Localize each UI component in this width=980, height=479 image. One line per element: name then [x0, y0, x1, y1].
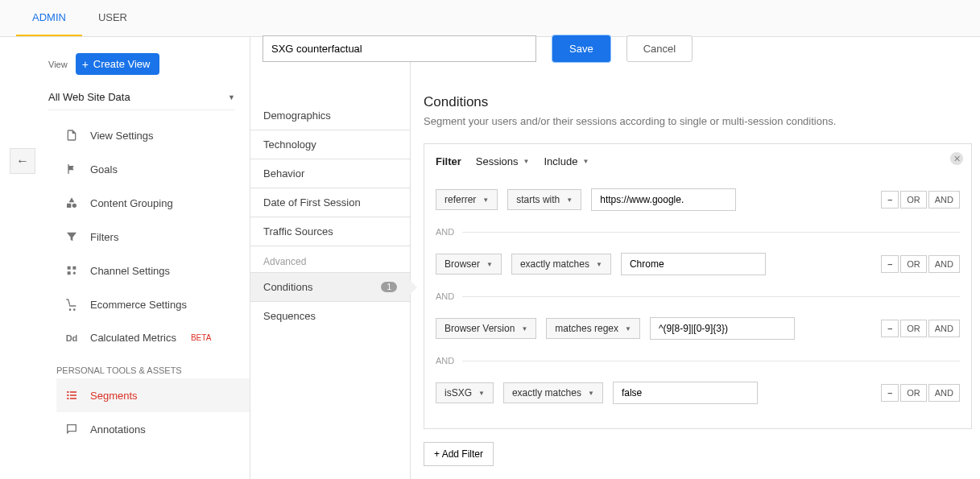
- plus-icon: +: [82, 59, 89, 70]
- nav-channel-settings[interactable]: Channel Settings: [56, 254, 250, 287]
- filter-label: Filter: [436, 155, 461, 167]
- condition-value-input[interactable]: [613, 382, 758, 404]
- dimension-value: Browser Version: [445, 323, 515, 334]
- caret-down-icon: ▼: [523, 158, 530, 165]
- category-sequences[interactable]: Sequences: [250, 301, 410, 330]
- condition-row: isSXG▼ exactly matches▼ – OR AND: [436, 372, 960, 414]
- condition-value-input[interactable]: [621, 253, 766, 275]
- or-button[interactable]: OR: [900, 320, 927, 337]
- caret-down-icon: ▼: [482, 196, 489, 204]
- or-button[interactable]: OR: [900, 255, 927, 273]
- segment-name-input[interactable]: [263, 35, 536, 62]
- cancel-button[interactable]: Cancel: [626, 35, 693, 62]
- nav-filters[interactable]: Filters: [56, 220, 250, 254]
- nav-label: Ecommerce Settings: [90, 299, 187, 311]
- nav-calculated-metrics[interactable]: Dd Calculated Metrics BETA: [56, 321, 250, 354]
- caret-down-icon: ▼: [596, 261, 602, 268]
- nav-content-grouping[interactable]: Content Grouping: [56, 186, 250, 220]
- annotations-icon: [64, 423, 79, 436]
- add-filter-button[interactable]: + Add Filter: [424, 442, 494, 466]
- operator-select[interactable]: starts with▼: [507, 189, 581, 210]
- dimension-value: referrer: [445, 194, 476, 205]
- save-button[interactable]: Save: [552, 35, 610, 62]
- channel-icon: [64, 264, 79, 277]
- operator-value: exactly matches: [512, 387, 581, 398]
- and-separator: AND: [436, 356, 960, 365]
- operator-select[interactable]: exactly matches▼: [503, 382, 603, 403]
- segments-icon: [64, 389, 79, 402]
- or-button[interactable]: OR: [900, 191, 927, 209]
- nav-goals[interactable]: Goals: [56, 152, 250, 186]
- or-button[interactable]: OR: [900, 384, 927, 402]
- view-selector-label: All Web Site Data: [48, 91, 130, 103]
- dimension-select[interactable]: referrer▼: [436, 189, 498, 210]
- and-button[interactable]: AND: [928, 384, 960, 402]
- tab-user[interactable]: USER: [82, 0, 143, 36]
- dimension-select[interactable]: isSXG▼: [436, 382, 494, 403]
- dimension-value: Browser: [445, 258, 480, 270]
- funnel-icon: [64, 230, 79, 243]
- condition-value-input[interactable]: [650, 317, 795, 340]
- nav-label: Content Grouping: [90, 197, 173, 209]
- and-separator: AND: [436, 227, 960, 237]
- flag-icon: [64, 163, 79, 175]
- nav-label: Channel Settings: [90, 265, 170, 277]
- caret-down-icon: ▼: [588, 390, 594, 397]
- caret-down-icon: ▼: [582, 158, 589, 165]
- nav-label: Calculated Metrics: [90, 332, 176, 344]
- nav-ecommerce-settings[interactable]: Ecommerce Settings: [56, 287, 250, 321]
- conditions-count-badge: 1: [381, 282, 397, 292]
- nav-annotations[interactable]: Annotations: [56, 412, 250, 446]
- category-traffic-sources[interactable]: Traffic Sources: [250, 217, 410, 246]
- caret-down-icon: ▼: [486, 261, 493, 268]
- tab-admin[interactable]: ADMIN: [16, 0, 82, 36]
- back-button[interactable]: ←: [10, 148, 35, 174]
- category-demographics[interactable]: Demographics: [250, 101, 410, 130]
- dimension-select[interactable]: Browser▼: [436, 254, 502, 275]
- caret-down-icon: ▼: [478, 390, 485, 397]
- document-icon: [64, 129, 79, 142]
- dimension-select[interactable]: Browser Version▼: [436, 318, 536, 339]
- remove-condition-button[interactable]: –: [881, 255, 899, 273]
- segment-category-list: Demographics Technology Behavior Date of…: [250, 37, 411, 479]
- conditions-title: Conditions: [424, 94, 972, 110]
- filter-box: ✕ Filter Sessions ▼ Include ▼ referrer▼: [424, 143, 972, 429]
- remove-condition-button[interactable]: –: [881, 384, 899, 402]
- category-technology[interactable]: Technology: [250, 130, 410, 159]
- category-date-first-session[interactable]: Date of First Session: [250, 188, 410, 217]
- operator-select[interactable]: matches regex▼: [546, 318, 640, 339]
- segment-editor: Save Cancel Conditions Segment your user…: [411, 37, 980, 479]
- category-behavior[interactable]: Behavior: [250, 159, 410, 188]
- filter-mode-select[interactable]: Include ▼: [544, 155, 589, 167]
- view-selector[interactable]: All Web Site Data ▼: [48, 85, 235, 110]
- and-button[interactable]: AND: [928, 191, 960, 209]
- remove-condition-button[interactable]: –: [881, 320, 899, 337]
- and-button[interactable]: AND: [928, 255, 960, 273]
- condition-value-input[interactable]: [591, 188, 736, 211]
- operator-value: exactly matches: [520, 258, 589, 270]
- caret-down-icon: ▼: [228, 93, 235, 101]
- condition-row: Browser Version▼ matches regex▼ – OR AND: [436, 308, 960, 349]
- metrics-icon: Dd: [64, 333, 79, 343]
- filter-scope-value: Sessions: [476, 155, 519, 167]
- and-separator: AND: [436, 291, 960, 301]
- remove-filter-button[interactable]: ✕: [950, 152, 963, 165]
- filter-scope-select[interactable]: Sessions ▼: [476, 155, 530, 167]
- category-conditions[interactable]: Conditions 1: [250, 272, 410, 301]
- caret-down-icon: ▼: [521, 325, 527, 332]
- create-view-button[interactable]: + Create View: [76, 53, 160, 75]
- condition-row: Browser▼ exactly matches▼ – OR AND: [436, 243, 960, 285]
- arrow-left-icon: ←: [16, 154, 29, 168]
- personal-tools-header: PERSONAL TOOLS & ASSETS: [56, 365, 250, 375]
- and-button[interactable]: AND: [928, 320, 960, 337]
- dimension-value: isSXG: [445, 387, 472, 398]
- nav-label: Annotations: [90, 423, 146, 436]
- nav-segments[interactable]: Segments: [56, 378, 250, 412]
- condition-row: referrer▼ starts with▼ – OR AND: [436, 179, 960, 221]
- remove-condition-button[interactable]: –: [881, 191, 899, 209]
- operator-select[interactable]: exactly matches▼: [511, 254, 611, 275]
- view-label: View: [48, 60, 68, 69]
- conditions-description: Segment your users and/or their sessions…: [424, 115, 972, 127]
- close-icon: ✕: [953, 154, 961, 164]
- nav-view-settings[interactable]: View Settings: [56, 118, 250, 152]
